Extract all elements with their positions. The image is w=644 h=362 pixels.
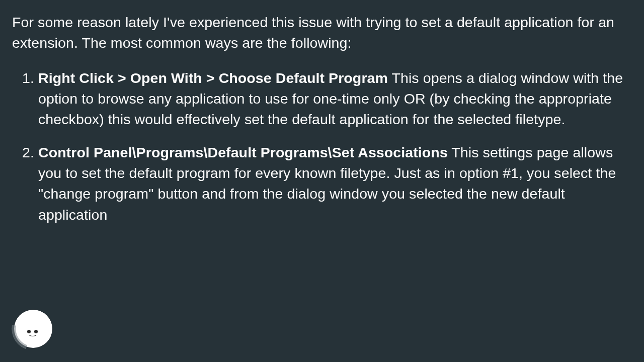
list-item: Control Panel\Programs\Default Programs\… xyxy=(38,142,632,225)
list-item-bold: Control Panel\Programs\Default Programs\… xyxy=(38,144,448,160)
list-item-bold: Right Click > Open With > Choose Default… xyxy=(38,70,388,86)
avatar-face-icon xyxy=(14,310,52,348)
article-body: For some reason lately I've experienced … xyxy=(0,0,644,225)
methods-list: Right Click > Open With > Choose Default… xyxy=(12,68,632,225)
intro-paragraph: For some reason lately I've experienced … xyxy=(12,12,632,54)
list-item: Right Click > Open With > Choose Default… xyxy=(38,68,632,130)
assistant-avatar[interactable] xyxy=(14,310,52,348)
